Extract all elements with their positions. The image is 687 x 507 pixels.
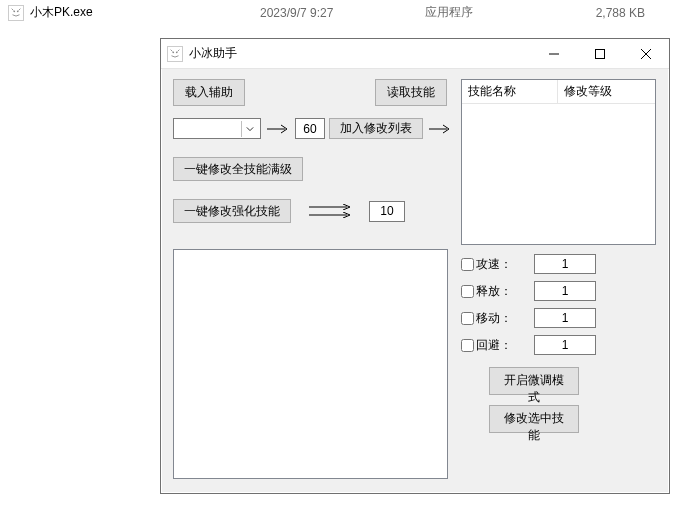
attack-speed-checkbox[interactable] xyxy=(461,258,474,271)
enable-tune-mode-button[interactable]: 开启微调模式 xyxy=(489,367,579,395)
one-key-enhance-button[interactable]: 一键修改强化技能 xyxy=(173,199,291,223)
listview-header: 技能名称 修改等级 xyxy=(462,80,655,104)
move-checkbox[interactable] xyxy=(461,312,474,325)
cast-label: 释放： xyxy=(476,283,524,300)
col-skill-name[interactable]: 技能名称 xyxy=(462,80,558,103)
svg-rect-5 xyxy=(596,49,605,58)
one-key-max-all-button[interactable]: 一键修改全技能满级 xyxy=(173,157,303,181)
app-window: 小冰助手 载入辅助 读取技能 加入修改列表 xyxy=(160,38,670,494)
svg-point-2 xyxy=(172,51,174,53)
double-arrow-icon xyxy=(291,204,369,218)
chevron-down-icon xyxy=(241,121,257,137)
level-input[interactable] xyxy=(295,118,325,139)
stats-panel: 攻速： 1 释放： 1 移动： 1 回避： 1 开启微调模式 修改选中技能 xyxy=(461,254,596,433)
stat-row-cast: 释放： 1 xyxy=(461,281,596,301)
read-skill-button[interactable]: 读取技能 xyxy=(375,79,447,106)
file-name: 小木PK.exe xyxy=(30,4,260,21)
stat-row-attack-speed: 攻速： 1 xyxy=(461,254,596,274)
svg-point-3 xyxy=(176,51,178,53)
window-title: 小冰助手 xyxy=(189,45,531,62)
enhance-input[interactable] xyxy=(369,201,405,222)
skill-combo[interactable] xyxy=(173,118,261,139)
evade-label: 回避： xyxy=(476,337,524,354)
file-type: 应用程序 xyxy=(425,4,565,21)
move-label: 移动： xyxy=(476,310,524,327)
client-area: 载入辅助 读取技能 加入修改列表 一键修改全技能满级 一键修改强化技能 xyxy=(161,69,669,493)
skill-listview[interactable]: 技能名称 修改等级 xyxy=(461,79,656,245)
add-to-list-button[interactable]: 加入修改列表 xyxy=(329,118,423,139)
attack-speed-label: 攻速： xyxy=(476,256,524,273)
close-button[interactable] xyxy=(623,39,669,69)
attack-speed-value[interactable]: 1 xyxy=(534,254,596,274)
load-assist-button[interactable]: 载入辅助 xyxy=(173,79,245,106)
file-size: 2,788 KB xyxy=(565,6,645,20)
titlebar[interactable]: 小冰助手 xyxy=(161,39,669,69)
stat-row-evade: 回避： 1 xyxy=(461,335,596,355)
file-icon xyxy=(8,5,24,21)
svg-point-0 xyxy=(13,10,15,12)
arrow-right-icon xyxy=(261,124,295,134)
stat-row-move: 移动： 1 xyxy=(461,308,596,328)
maximize-button[interactable] xyxy=(577,39,623,69)
svg-point-1 xyxy=(17,10,19,12)
evade-value[interactable]: 1 xyxy=(534,335,596,355)
modify-selected-button[interactable]: 修改选中技能 xyxy=(489,405,579,433)
arrow-right-icon xyxy=(423,124,457,134)
evade-checkbox[interactable] xyxy=(461,339,474,352)
col-modify-level[interactable]: 修改等级 xyxy=(558,80,655,103)
move-value[interactable]: 1 xyxy=(534,308,596,328)
minimize-button[interactable] xyxy=(531,39,577,69)
cast-value[interactable]: 1 xyxy=(534,281,596,301)
app-icon xyxy=(167,46,183,62)
file-date: 2023/9/7 9:27 xyxy=(260,6,425,20)
cast-checkbox[interactable] xyxy=(461,285,474,298)
log-textarea[interactable] xyxy=(173,249,448,479)
file-row[interactable]: 小木PK.exe 2023/9/7 9:27 应用程序 2,788 KB xyxy=(0,0,687,25)
